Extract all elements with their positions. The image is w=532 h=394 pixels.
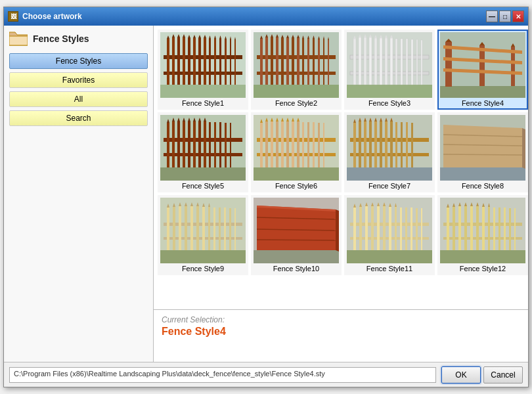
svg-rect-81 <box>411 39 413 85</box>
grid-item-5[interactable]: Fence Style5 <box>158 112 248 192</box>
svg-marker-16 <box>219 39 221 85</box>
svg-marker-224 <box>371 206 374 250</box>
grid-item-label-7: Fence Style7 <box>368 182 410 190</box>
svg-marker-191 <box>185 206 187 250</box>
grid-item-image-6 <box>254 115 339 181</box>
svg-rect-155 <box>350 138 429 142</box>
maximize-button[interactable]: □ <box>499 11 511 22</box>
svg-marker-157 <box>353 123 356 167</box>
close-button[interactable]: ✕ <box>512 11 524 22</box>
svg-rect-80 <box>406 39 408 85</box>
svg-marker-164 <box>390 121 393 167</box>
svg-marker-168 <box>411 123 413 167</box>
grid-item-label-1: Fence Style1 <box>182 99 224 107</box>
svg-rect-77 <box>390 38 393 85</box>
dialog-title: Choose artwork <box>22 12 82 21</box>
grid-item-label-5: Fence Style5 <box>182 182 224 190</box>
grid-item-12[interactable]: Fence Style12 <box>437 195 528 275</box>
grid-item-10[interactable]: Fence Style10 <box>251 195 342 275</box>
svg-marker-135 <box>276 121 278 167</box>
svg-marker-183 <box>522 128 525 169</box>
grid-item-label-6: Fence Style6 <box>275 182 317 190</box>
artwork-grid: Fence Style1 <box>158 30 524 275</box>
svg-marker-255 <box>499 208 500 250</box>
svg-marker-158 <box>359 121 361 167</box>
svg-marker-113 <box>198 121 201 167</box>
svg-marker-39 <box>265 37 268 85</box>
svg-marker-15 <box>214 39 216 85</box>
cancel-button[interactable]: Cancel <box>483 366 523 383</box>
svg-rect-95 <box>479 45 485 86</box>
dialog-icon: 🖼 <box>8 11 18 22</box>
svg-marker-144 <box>323 123 324 167</box>
all-button[interactable]: All <box>9 91 148 107</box>
grid-item-label-12: Fence Style12 <box>460 265 506 273</box>
svg-marker-13 <box>204 38 206 85</box>
svg-marker-215 <box>336 209 339 252</box>
svg-marker-211 <box>257 206 336 250</box>
svg-marker-47 <box>307 39 309 85</box>
svg-marker-197 <box>219 208 221 250</box>
svg-rect-73 <box>369 37 372 85</box>
grid-item-image-11 <box>347 198 432 263</box>
svg-marker-167 <box>406 122 408 167</box>
grid-item-label-11: Fence Style11 <box>366 265 412 273</box>
fence-styles-button[interactable]: Fence Styles <box>9 53 148 69</box>
grid-item-image-12 <box>440 198 525 263</box>
favorites-button[interactable]: Favorites <box>9 72 148 88</box>
svg-marker-40 <box>271 37 273 85</box>
svg-marker-223 <box>365 206 368 250</box>
grid-item-7[interactable]: Fence Style7 <box>344 112 435 192</box>
grid-item-4[interactable]: Fence Style4 <box>437 30 528 110</box>
svg-rect-75 <box>380 38 382 85</box>
svg-marker-12 <box>198 38 201 85</box>
bottom-bar: C:\Program Files (x86)\Realtime Landscap… <box>4 362 528 387</box>
grid-item-11[interactable]: Fence Style11 <box>344 195 435 275</box>
svg-marker-166 <box>401 122 403 167</box>
grid-item-label-9: Fence Style9 <box>182 265 224 273</box>
svg-marker-196 <box>213 208 215 250</box>
grid-item-label-4: Fence Style4 <box>462 99 504 107</box>
grid-container[interactable]: Fence Style1 <box>154 26 528 309</box>
svg-rect-78 <box>395 39 397 85</box>
svg-marker-114 <box>204 121 206 167</box>
search-button[interactable]: Search <box>9 110 148 126</box>
grid-item-3[interactable]: Fence Style3 <box>344 30 435 110</box>
svg-rect-70 <box>353 39 356 85</box>
grid-item-image-7 <box>347 115 432 181</box>
svg-marker-51 <box>328 40 329 85</box>
svg-marker-45 <box>297 38 299 85</box>
svg-rect-178 <box>440 167 525 181</box>
grid-item-8[interactable]: Fence Style8 <box>437 112 528 192</box>
svg-marker-247 <box>453 207 455 250</box>
file-path-label: C:\Program Files (x86)\Realtime Landscap… <box>9 367 436 383</box>
dialog-content: Fence Styles Fence Styles Favorites All … <box>4 26 528 362</box>
svg-marker-11 <box>193 38 196 85</box>
svg-marker-222 <box>359 207 362 250</box>
svg-marker-116 <box>214 122 216 167</box>
grid-item-9[interactable]: Fence Style9 <box>158 195 248 275</box>
grid-item-2[interactable]: Fence Style2 <box>251 30 342 110</box>
svg-marker-118 <box>225 123 227 167</box>
grid-item-image-3 <box>347 32 432 98</box>
svg-marker-132 <box>260 123 263 167</box>
svg-marker-7 <box>172 37 175 85</box>
svg-marker-111 <box>188 121 190 167</box>
svg-rect-74 <box>374 38 377 85</box>
svg-marker-107 <box>167 123 169 167</box>
window-controls: — □ ✕ <box>486 11 524 22</box>
svg-marker-43 <box>286 38 289 85</box>
grid-item-6[interactable]: Fence Style6 <box>251 112 342 192</box>
svg-marker-142 <box>313 122 315 167</box>
ok-button[interactable]: OK <box>441 366 481 383</box>
svg-marker-195 <box>208 207 210 250</box>
grid-item-image-2 <box>254 32 339 98</box>
svg-rect-129 <box>254 167 339 181</box>
svg-marker-229 <box>400 208 402 250</box>
svg-rect-72 <box>364 37 366 85</box>
grid-item-1[interactable]: Fence Style1 <box>158 30 248 110</box>
svg-marker-140 <box>302 122 304 167</box>
svg-rect-243 <box>440 250 525 263</box>
minimize-button[interactable]: — <box>486 11 498 22</box>
folder-icon <box>9 31 28 47</box>
